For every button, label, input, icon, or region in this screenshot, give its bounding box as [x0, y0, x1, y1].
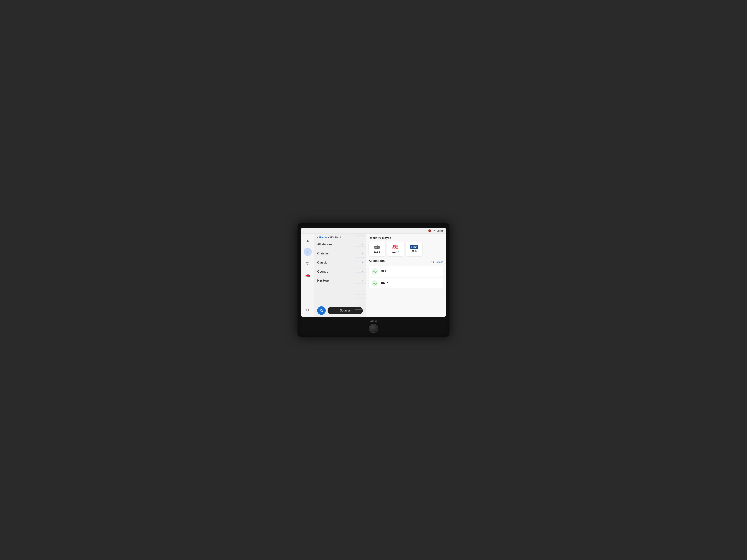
breadcrumb-current: Radio: [319, 236, 327, 239]
svg-line-5: [377, 245, 378, 246]
svg-line-1: [322, 311, 323, 312]
car-display: 🔇 ✦ 3:48 ▲ ♪ ✆ 🚗 ⚙ ‹ Radio • FM Radio: [298, 223, 449, 337]
right-panel: Recently played 102.7: [366, 234, 446, 317]
chevron-right-icon: ›: [362, 270, 363, 273]
category-all-stations[interactable]: All stations ›: [314, 240, 366, 249]
clock: 3:48: [437, 229, 443, 232]
svg-point-6: [371, 268, 378, 275]
vol-label: VOL ⏻: [370, 320, 378, 322]
sources-button[interactable]: Sources: [328, 307, 363, 314]
sidebar-icon-phone[interactable]: ✆: [304, 259, 312, 267]
sidebar: ▲ ♪ ✆ 🚗 ⚙: [301, 234, 314, 317]
sidebar-icon-car[interactable]: 🚗: [304, 271, 312, 279]
chevron-right-icon: ›: [362, 261, 363, 264]
search-button[interactable]: [317, 306, 326, 315]
station-freq-1037: 103.7: [392, 250, 399, 253]
sidebar-icon-settings[interactable]: ⚙: [304, 306, 312, 314]
bluetooth-icon: ✦: [433, 229, 435, 232]
sidebar-icon-music[interactable]: ♪: [304, 248, 312, 256]
all-stations-header: All stations Refresh: [369, 259, 443, 264]
station-freq-999: 99.9: [411, 250, 416, 253]
volume-control[interactable]: VOL ⏻: [301, 319, 446, 333]
all-stations-list: 88.9 102.7: [369, 266, 443, 289]
category-country[interactable]: Country ›: [314, 267, 366, 276]
recently-played-grid: 102.7 103.7 PLAY▶ 103.7: [369, 241, 443, 256]
breadcrumb-sub: FM Radio: [330, 236, 342, 239]
station-logo-wave: [371, 268, 378, 275]
breadcrumb-separator: •: [328, 236, 329, 239]
svg-point-4: [378, 247, 379, 248]
station-freq-889: 88.9: [381, 270, 386, 273]
category-list: All stations › Christian › Classic › Cou…: [314, 240, 366, 304]
station-freq-1027: 102.7: [374, 251, 380, 254]
sidebar-icon-navigation[interactable]: ▲: [304, 236, 312, 244]
svg-rect-3: [375, 247, 377, 248]
station-radio-icon: [374, 244, 380, 250]
chevron-right-icon: ›: [362, 243, 363, 246]
categories-panel: ‹ Radio • FM Radio All stations › Christ…: [314, 234, 366, 317]
volume-knob[interactable]: [369, 324, 378, 333]
station-logo-bbn: BBN®: [410, 245, 418, 249]
all-stations-title: All stations: [369, 259, 385, 263]
list-item[interactable]: 102.7: [369, 278, 443, 289]
mute-icon: 🔇: [428, 229, 431, 232]
station-logo-1037: 103.7 PLAY▶: [392, 245, 399, 249]
list-item[interactable]: 88.9: [369, 266, 443, 277]
bottom-buttons: Sources: [314, 304, 366, 317]
back-button[interactable]: ‹: [317, 236, 318, 239]
station-freq-1027b: 102.7: [381, 282, 388, 285]
chevron-right-icon: ›: [362, 279, 363, 282]
chevron-right-icon: ›: [362, 252, 363, 255]
recently-played-title: Recently played: [369, 236, 443, 240]
station-card-999[interactable]: BBN® 99.9: [406, 241, 422, 256]
category-christian[interactable]: Christian ›: [314, 249, 366, 258]
category-hiphop[interactable]: Hip-Hop ›: [314, 276, 366, 285]
status-bar: 🔇 ✦ 3:48: [301, 228, 446, 234]
main-area: ▲ ♪ ✆ 🚗 ⚙ ‹ Radio • FM Radio All station…: [301, 234, 446, 317]
breadcrumb: ‹ Radio • FM Radio: [314, 234, 366, 240]
category-classic[interactable]: Classic ›: [314, 258, 366, 267]
svg-point-7: [371, 280, 378, 287]
refresh-button[interactable]: Refresh: [431, 261, 443, 263]
station-logo-wave2: [371, 279, 378, 287]
screen: 🔇 ✦ 3:48 ▲ ♪ ✆ 🚗 ⚙ ‹ Radio • FM Radio: [301, 228, 446, 317]
station-card-1037[interactable]: 103.7 PLAY▶ 103.7: [387, 241, 404, 256]
station-card-1027[interactable]: 102.7: [369, 241, 385, 256]
